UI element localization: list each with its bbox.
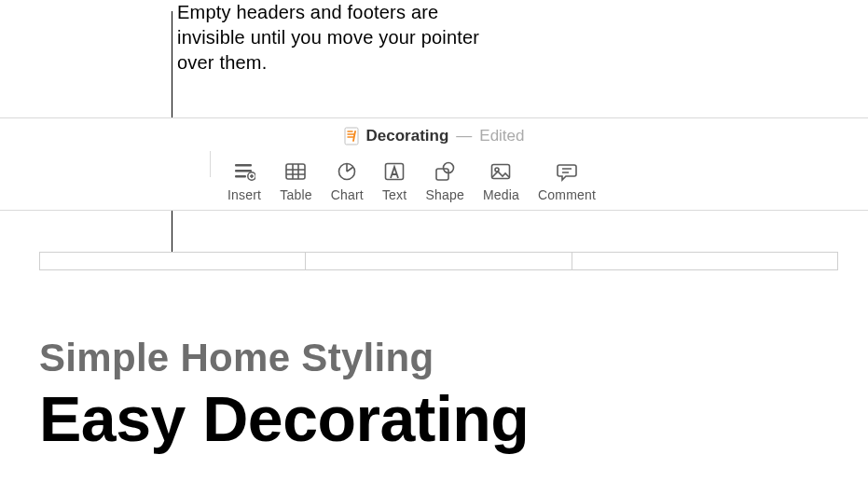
document-icon bbox=[344, 127, 359, 145]
document-status: Edited bbox=[479, 127, 524, 145]
svg-rect-5 bbox=[286, 164, 305, 179]
document-body[interactable]: Simple Home Styling Easy Decorating bbox=[0, 252, 868, 452]
comment-icon bbox=[555, 161, 579, 182]
svg-rect-1 bbox=[235, 164, 252, 167]
window-titlebar: Decorating — Edited bbox=[0, 117, 868, 153]
header-field-center[interactable] bbox=[306, 253, 572, 269]
insert-icon bbox=[232, 161, 256, 182]
insert-label: Insert bbox=[227, 187, 261, 202]
svg-rect-0 bbox=[345, 128, 358, 145]
toolbar: Insert Table Chart bbox=[0, 153, 868, 211]
svg-rect-2 bbox=[235, 170, 252, 172]
svg-rect-3 bbox=[235, 175, 246, 178]
shape-button[interactable]: Shape bbox=[416, 156, 473, 208]
svg-rect-8 bbox=[436, 169, 448, 180]
document-title-group[interactable]: Decorating — Edited bbox=[344, 127, 525, 145]
table-button[interactable]: Table bbox=[270, 156, 321, 208]
media-icon bbox=[489, 161, 513, 182]
text-button[interactable]: Text bbox=[373, 156, 416, 208]
shape-icon bbox=[433, 161, 457, 182]
header-field-right[interactable] bbox=[572, 253, 837, 269]
svg-rect-10 bbox=[492, 164, 510, 178]
text-icon bbox=[382, 161, 406, 182]
chart-button[interactable]: Chart bbox=[322, 156, 373, 208]
comment-label: Comment bbox=[538, 187, 596, 202]
text-label: Text bbox=[382, 187, 406, 202]
page-header-fields bbox=[39, 252, 838, 270]
media-button[interactable]: Media bbox=[474, 156, 529, 208]
table-icon bbox=[283, 161, 308, 182]
callout-text: Empty headers and footers are invisible … bbox=[177, 0, 494, 76]
document-subtitle: Simple Home Styling bbox=[39, 336, 868, 380]
document-heading: Easy Decorating bbox=[39, 386, 868, 452]
shape-label: Shape bbox=[425, 187, 463, 202]
document-name: Decorating bbox=[366, 127, 449, 145]
chart-icon bbox=[335, 161, 359, 182]
insert-button[interactable]: Insert bbox=[218, 156, 270, 208]
title-separator: — bbox=[456, 127, 472, 145]
toolbar-separator bbox=[210, 151, 211, 177]
document-canvas: Simple Home Styling Easy Decorating bbox=[0, 211, 868, 452]
table-label: Table bbox=[280, 187, 311, 202]
chart-label: Chart bbox=[331, 187, 364, 202]
comment-button[interactable]: Comment bbox=[529, 156, 605, 208]
app-window: Decorating — Edited Insert bbox=[0, 117, 868, 452]
media-label: Media bbox=[483, 187, 519, 202]
header-field-left[interactable] bbox=[40, 253, 306, 269]
